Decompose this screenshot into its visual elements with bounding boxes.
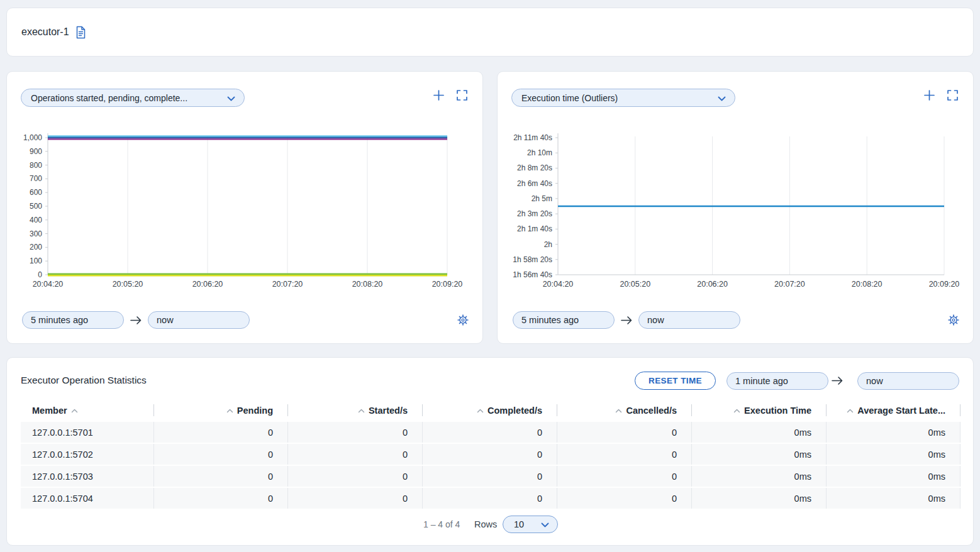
stats-panel-title: Executor Operation Statistics (21, 375, 147, 386)
header-card: executor-1 (6, 8, 974, 57)
time-to-input[interactable]: now (148, 311, 250, 329)
executor-statistics-panel: Executor Operation Statistics RESET TIME… (6, 357, 974, 546)
time-from-value: 5 minutes ago (521, 315, 579, 325)
time-from-value: 5 minutes ago (31, 315, 88, 325)
value-cell: 0ms (827, 422, 961, 443)
svg-text:20:09:20: 20:09:20 (432, 280, 463, 289)
svg-text:400: 400 (30, 216, 42, 224)
svg-text:2h: 2h (544, 240, 552, 249)
chevron-down-icon (541, 519, 549, 529)
svg-text:800: 800 (30, 161, 42, 170)
value-cell: 0 (557, 422, 692, 443)
svg-text:20:07:20: 20:07:20 (774, 280, 805, 289)
sort-caret-icon (71, 409, 78, 413)
reset-time-button[interactable]: RESET TIME (635, 372, 716, 390)
value-cell: 0 (288, 422, 423, 443)
value-cell: 0 (557, 488, 692, 509)
value-cell: 0 (288, 466, 423, 487)
value-cell: 0ms (692, 488, 827, 509)
sort-caret-icon (847, 409, 854, 413)
time-to-value: now (647, 315, 664, 325)
rows-per-page-select[interactable]: 10 (503, 516, 558, 533)
add-chart-icon[interactable] (924, 90, 935, 101)
metric-selector[interactable]: Execution time (Outliers) (511, 89, 735, 107)
table-body: 127.0.0.1:570100000ms0ms127.0.0.1:570200… (21, 422, 961, 509)
chevron-down-icon (718, 93, 726, 103)
value-cell: 0 (423, 488, 557, 509)
metric-selector[interactable]: Operations started, pending, complete... (21, 89, 245, 107)
table-row: 127.0.0.1:570300000ms0ms (21, 466, 961, 487)
member-cell: 127.0.0.1:5702 (21, 444, 154, 465)
table-row: 127.0.0.1:570200000ms0ms (21, 444, 961, 465)
arrow-right-icon (828, 376, 847, 385)
document-icon[interactable] (75, 26, 86, 39)
value-cell: 0 (154, 488, 288, 509)
value-cell: 0ms (827, 488, 961, 509)
gear-icon[interactable] (457, 314, 469, 326)
fullscreen-icon[interactable] (457, 90, 467, 101)
svg-text:2h 6m 40s: 2h 6m 40s (517, 179, 552, 188)
column-header-sort[interactable]: Member (21, 402, 154, 419)
metric-selector-value: Operations started, pending, complete... (31, 93, 187, 103)
time-to-value: now (157, 315, 174, 325)
arrow-right-icon (124, 316, 148, 325)
stats-time-from-input[interactable]: 1 minute ago (727, 372, 828, 390)
value-cell: 0ms (827, 466, 961, 487)
column-header-label: Completed/s (487, 406, 542, 416)
column-header-sort[interactable]: Average Start Late... (827, 402, 961, 419)
time-from-input[interactable]: 5 minutes ago (22, 311, 124, 329)
time-from-input[interactable]: 5 minutes ago (513, 311, 615, 329)
stats-time-to-input[interactable]: now (857, 372, 959, 390)
table-header-row: MemberPendingStarted/sCompleted/sCancell… (21, 402, 961, 419)
svg-text:300: 300 (30, 229, 42, 238)
svg-text:20:04:20: 20:04:20 (33, 280, 64, 289)
time-to-input[interactable]: now (638, 311, 740, 329)
column-header-label: Member (32, 406, 67, 416)
table-row: 127.0.0.1:570400000ms0ms (21, 488, 961, 509)
svg-text:600: 600 (30, 188, 42, 197)
column-header-sort[interactable]: Completed/s (423, 402, 557, 419)
arrow-right-icon (615, 316, 638, 325)
add-chart-icon[interactable] (433, 90, 444, 101)
line-chart-execution-time[interactable]: 1h 56m 40s1h 58m 20s2h2h 1m 40s2h 3m 20s… (498, 128, 974, 293)
sort-caret-icon (358, 409, 365, 413)
value-cell: 0ms (692, 466, 827, 487)
svg-text:1,000: 1,000 (23, 133, 42, 142)
svg-text:2h 10m: 2h 10m (527, 148, 552, 157)
value-cell: 0ms (827, 444, 961, 465)
column-header-sort[interactable]: Started/s (288, 402, 423, 419)
svg-text:2h 8m 20s: 2h 8m 20s (517, 163, 552, 172)
column-header-sort[interactable]: Cancelled/s (557, 402, 692, 419)
stats-time-to-value: now (866, 376, 883, 386)
fullscreen-icon[interactable] (947, 90, 958, 101)
svg-text:20:08:20: 20:08:20 (852, 280, 883, 289)
column-header-label: Started/s (369, 406, 408, 416)
table-row: 127.0.0.1:570100000ms0ms (21, 422, 961, 443)
svg-text:2h 1m 40s: 2h 1m 40s (517, 224, 552, 233)
value-cell: 0 (557, 466, 692, 487)
value-cell: 0 (154, 422, 288, 443)
svg-text:20:04:20: 20:04:20 (543, 280, 574, 289)
value-cell: 0ms (692, 422, 827, 443)
value-cell: 0 (288, 488, 423, 509)
member-cell: 127.0.0.1:5704 (21, 488, 154, 509)
sort-caret-icon (477, 409, 484, 413)
sort-caret-icon (615, 409, 622, 413)
value-cell: 0 (557, 444, 692, 465)
value-cell: 0 (423, 466, 557, 487)
column-header-label: Pending (237, 406, 273, 416)
column-header-sort[interactable]: Execution Time (692, 402, 827, 419)
svg-text:20:09:20: 20:09:20 (929, 280, 960, 289)
line-chart-operations[interactable]: 01002003004005006007008009001,00020:04:2… (7, 128, 484, 293)
column-header-sort[interactable]: Pending (154, 402, 288, 419)
chevron-down-icon (227, 93, 235, 103)
svg-text:0: 0 (38, 270, 42, 279)
column-header-label: Cancelled/s (626, 406, 677, 416)
page-range-label: 1 – 4 of 4 (423, 519, 460, 529)
gear-icon[interactable] (948, 314, 959, 326)
value-cell: 0 (288, 444, 423, 465)
rows-per-page-label: Rows (474, 519, 497, 529)
value-cell: 0 (154, 466, 288, 487)
statistics-table: MemberPendingStarted/sCompleted/sCancell… (21, 402, 961, 510)
svg-text:900: 900 (30, 147, 42, 156)
